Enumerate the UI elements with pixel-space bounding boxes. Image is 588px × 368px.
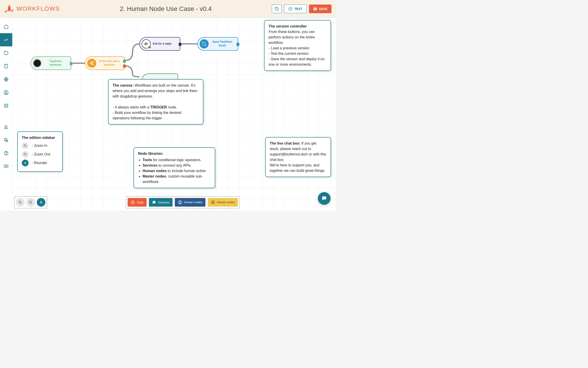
sidebar-chat[interactable] [0, 133, 12, 147]
human-badge-icon [148, 46, 151, 49]
left-sidebar [0, 18, 12, 210]
app-name: WORKFLOWS [16, 5, 60, 12]
save-label: SAVE [319, 7, 327, 11]
svg-point-35 [180, 201, 181, 202]
output-port-true[interactable] [123, 60, 126, 63]
person-circle-icon [178, 200, 182, 204]
callout-node-libraries: Node libraries: Tools for conditional lo… [133, 147, 215, 188]
svg-line-30 [31, 203, 32, 204]
reorder-button[interactable] [37, 198, 45, 207]
node-send-email[interactable]: Send Text/Html Email [197, 37, 238, 51]
svg-point-37 [212, 202, 213, 202]
zoom-out-label: - Zoom Out [32, 152, 50, 157]
svg-point-15 [6, 126, 8, 127]
output-port[interactable] [237, 43, 239, 46]
workflow-canvas[interactable]: Typeform webhook If the user ask a quest… [12, 18, 336, 210]
sidebar-help[interactable] [0, 147, 12, 160]
header-bar: WORKFLOWS 2. Human Node Use Case - v0.4 … [0, 0, 336, 18]
output-port[interactable] [70, 62, 72, 65]
svg-point-22 [149, 46, 150, 47]
callout-canvas: The canvas: Workflows are built on the c… [108, 79, 203, 125]
callout-version-controller: The version controller From these button… [264, 20, 331, 71]
trigger-icon [33, 59, 42, 68]
lib-bold: Master nodes [143, 174, 166, 178]
svg-point-21 [92, 64, 93, 64]
svg-point-29 [29, 201, 31, 203]
svg-point-27 [19, 201, 21, 203]
lib-label: Services [158, 201, 169, 204]
output-port[interactable] [179, 43, 181, 46]
library-human-button[interactable]: Human nodes [175, 198, 205, 207]
lib-bold: Services [143, 163, 158, 167]
node-trigger-typeform[interactable]: Typeform webhook [30, 56, 71, 70]
svg-point-20 [92, 62, 93, 62]
test-button[interactable]: TEST [284, 5, 307, 13]
library-tools-button[interactable]: Tools [128, 198, 147, 207]
sidebar-history[interactable] [0, 46, 12, 60]
lib-text: to connect any APIs [158, 163, 191, 167]
workflow-title: 2. Human Node Use Case - v0.4 [64, 5, 267, 12]
plus-circle-icon [131, 200, 135, 204]
lib-label: Tools [137, 201, 143, 204]
svg-rect-9 [5, 104, 8, 108]
sidebar-grid[interactable] [0, 99, 12, 112]
email-label: Send Text/Html Email [211, 40, 238, 47]
svg-point-8 [5, 91, 7, 93]
callout-line: node. [167, 105, 177, 109]
canvas-tools-toolbar [14, 196, 47, 208]
slack-icon [142, 39, 151, 48]
callout-line: - It always starts with a [113, 105, 150, 109]
lib-label: Human nodes [184, 201, 202, 204]
sidebar-bookmark[interactable] [0, 60, 12, 73]
sidebar-team[interactable] [0, 120, 12, 133]
cloud-icon [152, 200, 156, 204]
callout-live-chat: The live chat box: If you get stuck, ple… [265, 137, 331, 177]
svg-point-13 [7, 106, 7, 107]
callout-title: Node libraries: [138, 151, 211, 156]
node-library-toolbar: Tools Services Human nodes Master nodes [126, 196, 240, 208]
header-buttons: TEST SAVE [272, 5, 332, 13]
svg-line-24 [26, 146, 26, 147]
svg-point-17 [6, 154, 6, 154]
callout-bold: TRIGGER [150, 105, 167, 109]
sidebar-tutorial[interactable] [0, 160, 12, 173]
save-button[interactable]: SAVE [309, 5, 332, 13]
branch-icon [87, 59, 96, 68]
callout-text: From these buttons, you can perform acti… [269, 29, 326, 46]
svg-point-0 [9, 5, 10, 6]
lib-text: to include human action [167, 169, 206, 173]
output-port-false[interactable] [123, 64, 126, 68]
svg-point-12 [5, 106, 6, 107]
sidebar-account[interactable] [0, 86, 12, 99]
sidebar-globe[interactable] [0, 73, 12, 86]
svg-rect-36 [211, 201, 214, 204]
lib-bold: Tools [143, 158, 152, 162]
lib-text: for conditional logic operators. [152, 158, 201, 162]
lib-label: Master nodes [217, 201, 235, 204]
slack-label: Ask for a reply [153, 42, 175, 46]
sidebar-home[interactable] [0, 20, 12, 33]
svg-point-38 [213, 202, 214, 202]
node-condition[interactable]: If the user ask a question [85, 56, 125, 70]
library-master-button[interactable]: Master nodes [208, 198, 238, 207]
callout-title: The canvas: [113, 83, 133, 87]
sidebar-workflow[interactable] [0, 33, 12, 46]
callout-title: The edition sidebar [22, 135, 58, 140]
library-services-button[interactable]: Services [149, 198, 173, 207]
email-icon [200, 39, 209, 48]
logo-area: WORKFLOWS [5, 4, 60, 14]
zoom-in-button[interactable] [16, 198, 25, 207]
svg-line-26 [26, 155, 26, 156]
zoom-out-button[interactable] [26, 198, 35, 207]
reorder-icon [22, 160, 29, 166]
dots-square-icon [211, 200, 215, 204]
chat-fab-button[interactable] [318, 192, 331, 205]
history-button[interactable] [272, 5, 282, 13]
trigger-label: Typeform webhook [44, 60, 71, 67]
callout-line: - Build your workflow by linking the des… [113, 110, 199, 121]
svg-line-28 [21, 203, 22, 204]
chat-icon [321, 195, 327, 201]
node-ask-reply[interactable]: Ask for a reply [139, 37, 180, 51]
zoom-out-icon [22, 151, 29, 158]
lib-bold: Human nodes [143, 169, 167, 173]
